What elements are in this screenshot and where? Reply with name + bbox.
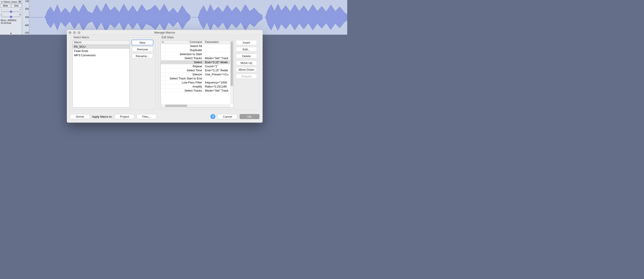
dialog-titlebar[interactable]: Manage Macros <box>67 30 262 35</box>
track-menu-dropdown[interactable] <box>18 0 22 3</box>
macro-list-item[interactable]: MP3 Conversion <box>73 53 130 58</box>
audio-track-row: × Demo Lines - Mute Solo − + L R Mono, 4… <box>0 0 347 35</box>
move-down-button[interactable]: Move Down <box>236 67 257 72</box>
cancel-button[interactable]: Cancel <box>218 114 238 119</box>
step-params-cell: End="0.15" Relati <box>204 68 230 72</box>
step-command-cell: Select Tracks <box>165 89 204 93</box>
step-row[interactable]: SilenceUse_Preset="<Cu <box>161 72 230 76</box>
select-macro-group: Select Macro Macro PA_SCUFade EndsMP3 Co… <box>70 38 156 110</box>
window-close-icon[interactable] <box>69 31 71 34</box>
close-track-button[interactable]: × <box>0 0 3 3</box>
step-row[interactable]: Duplicate <box>161 48 230 52</box>
pan-slider-thumb[interactable] <box>10 16 12 18</box>
axis-tick: 1.0 <box>26 0 28 2</box>
rename-macro-button[interactable]: Rename... <box>132 54 153 58</box>
gain-slider-thumb[interactable] <box>10 10 12 13</box>
dialog-title: Manage Macros <box>67 31 262 34</box>
steps-col-parameters[interactable]: Parameters <box>204 40 230 44</box>
steps-col-command[interactable]: Command <box>165 40 204 44</box>
step-command-cell: Low-Pass Filter <box>165 80 204 84</box>
edit-step-button[interactable]: Edit... <box>236 47 257 52</box>
steps-col-index[interactable]: n <box>161 40 165 44</box>
step-params-cell: Mode="Set" Track <box>204 56 230 60</box>
window-zoom-icon[interactable] <box>78 31 80 34</box>
axis-tick: -0.5 <box>25 24 28 26</box>
edit-steps-group: Edit Steps n Command Parameters <box>158 38 260 110</box>
macro-list-item[interactable]: Fade Ends <box>73 49 130 53</box>
track-format-label: Mono, 48000Hz <box>1 19 21 22</box>
macro-list-header: Macro <box>73 40 130 44</box>
ok-button[interactable]: OK <box>240 114 260 119</box>
step-command-cell: Select Time <box>165 68 204 72</box>
step-params-cell <box>204 76 230 80</box>
step-command-cell: Silence <box>165 72 204 76</box>
step-row[interactable]: AmplifyRatio="0.251189 <box>161 84 230 89</box>
step-params-cell: End="0.15" Mode <box>204 60 230 64</box>
apply-files-button[interactable]: Files... <box>136 114 156 119</box>
track-bitdepth-label: 32-bit float <box>1 22 21 24</box>
pan-slider[interactable] <box>1 16 21 17</box>
new-macro-button[interactable]: New <box>132 40 153 45</box>
step-command-cell: Select Tracks <box>165 56 204 60</box>
step-params-cell <box>204 48 230 52</box>
apply-project-button[interactable]: Project <box>114 114 134 119</box>
axis-tick: 0.5 <box>26 8 28 10</box>
gain-min-label: − <box>1 8 2 11</box>
step-command-cell: Repeat <box>165 64 204 68</box>
step-row[interactable]: Selection to Start <box>161 52 230 56</box>
step-params-cell: Use_Preset="<Cu <box>204 72 230 76</box>
waveform-canvas[interactable] <box>29 0 347 35</box>
gain-slider[interactable] <box>1 11 21 12</box>
steps-table-wrap: n Command Parameters Select AllDuplicate… <box>161 40 234 108</box>
dialog-footer: Shrink Apply Macro to: Project Files... … <box>67 112 262 122</box>
steps-table[interactable]: n Command Parameters Select AllDuplicate… <box>161 40 230 93</box>
macro-list-item[interactable]: PA_SCU <box>73 44 130 49</box>
step-params-cell: frequency="1000 <box>204 80 230 84</box>
edit-steps-label: Edit Steps <box>161 36 175 39</box>
step-command-cell: Select <box>165 60 204 64</box>
step-row[interactable]: Select Track Start to End <box>161 76 230 80</box>
help-icon[interactable]: ? <box>210 114 215 119</box>
axis-tick: 0.0 <box>26 16 28 18</box>
track-name-label: Demo Lines - <box>3 0 18 3</box>
step-params-cell <box>204 52 230 56</box>
pan-left-label: L <box>1 14 2 16</box>
steps-vertical-scrollbar[interactable] <box>230 40 233 104</box>
shrink-button[interactable]: Shrink <box>70 114 90 119</box>
step-row[interactable]: Select All <box>161 44 230 48</box>
window-minimize-icon[interactable] <box>73 31 76 34</box>
mute-button[interactable]: Mute <box>0 4 11 8</box>
remove-macro-button[interactable]: Remove <box>132 47 153 52</box>
step-command-cell: Amplify <box>165 84 204 89</box>
gain-max-label: + <box>20 8 21 11</box>
step-command-cell: Select All <box>165 44 204 48</box>
manage-macros-dialog: Manage Macros Select Macro Macro PA_SCUF… <box>67 30 262 122</box>
step-params-cell <box>204 44 230 48</box>
move-up-button[interactable]: Move Up <box>236 60 257 65</box>
track-control-panel: × Demo Lines - Mute Solo − + L R Mono, 4… <box>0 0 22 35</box>
collapse-track-button[interactable]: ▲ <box>0 32 22 34</box>
steps-horizontal-thumb[interactable] <box>165 104 188 107</box>
steps-horizontal-scrollbar[interactable] <box>161 104 230 107</box>
defaults-button: Defaults <box>236 74 257 79</box>
step-command-cell: Select Track Start to End <box>165 76 204 80</box>
axis-tick: -1.0 <box>25 32 28 34</box>
step-row[interactable]: Select TracksMode="Set" Track <box>161 89 230 93</box>
insert-step-button[interactable]: Insert <box>236 40 257 45</box>
step-row[interactable]: Low-Pass Filterfrequency="1000 <box>161 80 230 84</box>
solo-button[interactable]: Solo <box>11 4 22 8</box>
step-row[interactable]: Select TracksMode="Set" Track <box>161 56 230 60</box>
step-params-cell: Ratio="0.251189 <box>204 84 230 89</box>
step-command-cell: Duplicate <box>165 48 204 52</box>
step-params-cell: Mode="Set" Track <box>204 89 230 93</box>
step-row[interactable]: SelectEnd="0.15" Mode <box>161 60 230 64</box>
step-row[interactable]: RepeatCount="1" <box>161 64 230 68</box>
step-command-cell: Selection to Start <box>165 52 204 56</box>
pan-right-label: R <box>19 14 21 16</box>
select-macro-label: Select Macro <box>72 36 90 39</box>
delete-step-button[interactable]: Delete <box>236 54 257 58</box>
apply-macro-label: Apply Macro to: <box>92 115 112 118</box>
steps-vertical-thumb[interactable] <box>231 41 233 86</box>
step-row[interactable]: Select TimeEnd="0.15" Relati <box>161 68 230 72</box>
macro-list[interactable]: Macro PA_SCUFade EndsMP3 Conversion <box>72 40 130 108</box>
